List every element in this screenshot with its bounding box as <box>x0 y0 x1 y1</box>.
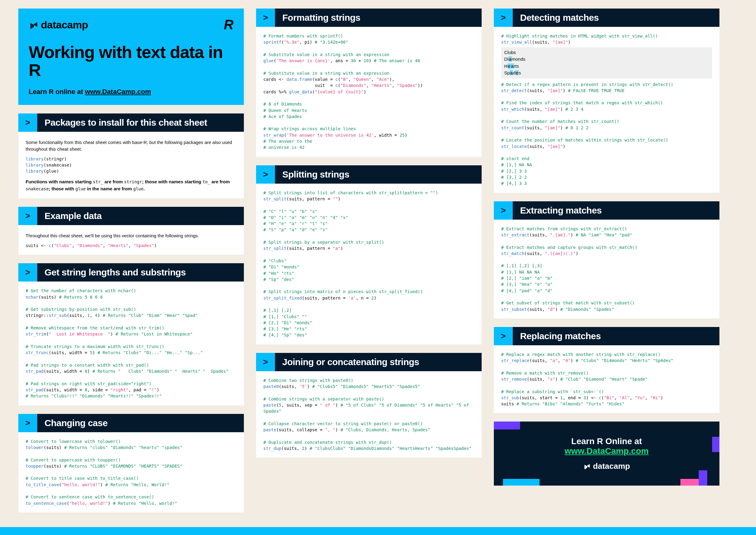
section-title: Replacing matches <box>513 327 719 345</box>
section-title: Splitting strings <box>275 165 482 183</box>
column-1: datacamp R Working with text data in R L… <box>18 9 244 512</box>
page-subtitle: Learn R online at www.DataCamp.com <box>29 88 233 96</box>
section-packages: > Packages to install for this cheat she… <box>18 113 244 199</box>
column-3: > Detecting matches # Highlight string m… <box>494 9 719 512</box>
section-title: Extracting matches <box>513 201 719 220</box>
subtitle-lead: Learn R online at <box>29 88 85 96</box>
promo-link[interactable]: www.DataCamp.com <box>565 446 649 456</box>
section-changing-case: > Changing case # Convert to lowercase w… <box>18 414 244 512</box>
datacamp-icon <box>583 462 591 470</box>
brand-text: datacamp <box>41 19 88 31</box>
promo-line-1: Learn R Online at <box>565 436 649 446</box>
section-intro: Some functionality from this cheat sheet… <box>26 139 236 153</box>
chevron-right-icon: > <box>256 165 275 183</box>
code-block: library(stringr) library(snakecase) libr… <box>26 156 236 175</box>
chevron-right-icon: > <box>18 414 37 432</box>
code-block: # Split strings into list of characters … <box>263 190 474 338</box>
chevron-right-icon: > <box>18 263 37 282</box>
code-block: # Detect if a regex pattern is present i… <box>501 81 712 187</box>
promo-banner: Learn R Online at www.DataCamp.com datac… <box>494 422 719 486</box>
decoration <box>699 470 707 486</box>
footer-bar <box>0 527 756 535</box>
chevron-right-icon: > <box>494 327 513 345</box>
code-block: # Highlight string matches in HTML widge… <box>501 33 712 45</box>
chevron-right-icon: > <box>494 201 513 220</box>
datacamp-logo: datacamp <box>29 19 88 31</box>
code-block: # Convert to lowercase with tolower() to… <box>26 438 236 506</box>
section-joining-strings: > Joining or concatenating strings # Com… <box>256 353 482 458</box>
subtitle-link[interactable]: www.DataCamp.com <box>85 88 151 96</box>
chevron-right-icon: > <box>18 113 37 132</box>
highlight-output: ClubsDiamondsHeartsSpades <box>501 47 712 78</box>
datacamp-logo-footer: datacamp <box>583 462 630 471</box>
code-block: # Replace a regex match with another str… <box>501 352 712 407</box>
code-block: # Extract matches from strings with str_… <box>501 226 712 312</box>
column-2: > Formatting strings # Format numbers wi… <box>256 9 482 512</box>
hero: datacamp R Working with text data in R L… <box>18 9 244 105</box>
section-replacing-matches: > Replacing matches # Replace a regex ma… <box>494 327 719 413</box>
section-title: Packages to install for this cheat sheet <box>37 113 244 132</box>
section-intro: Throughout this cheat sheet, we'll be us… <box>26 233 236 239</box>
code-block: # Format numbers with sprintf() sprintf(… <box>263 33 474 151</box>
section-title: Formatting strings <box>275 9 482 27</box>
code-block: # Get the number of characters with ncha… <box>26 288 236 399</box>
section-detecting-matches: > Detecting matches # Highlight string m… <box>494 9 719 193</box>
section-example-data: > Example data Throughout this cheat she… <box>18 207 244 255</box>
section-title: Joining or concatenating strings <box>275 353 482 371</box>
page-title: Working with text data in R <box>29 43 233 79</box>
section-title: Example data <box>37 207 244 225</box>
datacamp-icon <box>29 19 39 30</box>
brand-text: datacamp <box>593 462 630 471</box>
decoration <box>680 479 699 486</box>
chevron-right-icon: > <box>256 9 275 27</box>
section-splitting-strings: > Splitting strings # Split strings into… <box>256 165 482 344</box>
section-formatting-strings: > Formatting strings # Format numbers wi… <box>256 9 482 157</box>
section-title: Get string lengths and substrings <box>37 263 244 282</box>
chevron-right-icon: > <box>18 207 37 225</box>
section-string-lengths: > Get string lengths and substrings # Ge… <box>18 263 244 405</box>
section-title: Detecting matches <box>513 9 719 27</box>
section-extracting-matches: > Extracting matches # Extract matches f… <box>494 201 719 319</box>
code-block: # Combine two strings with paste0() past… <box>263 377 474 452</box>
decoration <box>503 479 540 486</box>
section-title: Changing case <box>37 414 244 432</box>
decoration <box>494 422 520 430</box>
chevron-right-icon: > <box>256 353 275 371</box>
code-block: suits <- c("Clubs", "Diamonds", "Hearts"… <box>26 242 236 249</box>
section-note: Functions with names starting str_ are f… <box>26 179 236 192</box>
decoration <box>712 437 719 452</box>
r-language-icon: R <box>224 17 233 32</box>
chevron-right-icon: > <box>494 9 513 27</box>
